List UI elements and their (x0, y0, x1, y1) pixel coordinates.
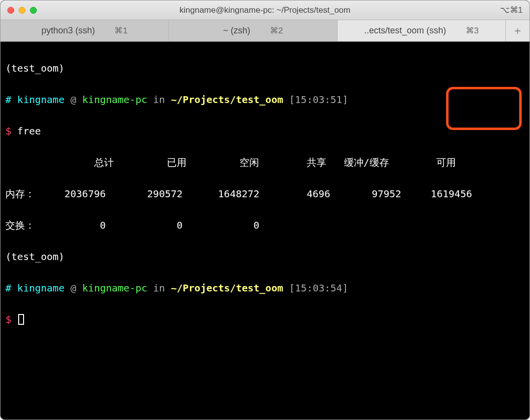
env-name: (test_oom) (5, 62, 64, 74)
prompt-hash: # (5, 94, 11, 105)
tab-label: python3 (ssh) (41, 26, 95, 36)
prompt-host: kingname-pc (82, 282, 147, 294)
tab-test-oom-ssh[interactable]: ..ects/test_oom (ssh) ⌘3 (338, 20, 506, 41)
traffic-lights (7, 7, 37, 14)
minimize-icon[interactable] (19, 7, 26, 14)
prompt-dollar: $ (5, 314, 11, 325)
prompt-in: in (153, 282, 165, 294)
tab-label: ..ects/test_oom (ssh) (364, 26, 446, 36)
prompt-time: [15:03:54] (289, 282, 348, 294)
prompt-path: ~/Projects/test_oom (171, 282, 283, 294)
prompt-user: kingname (17, 94, 64, 105)
titlebar: kingname@kingname-pc: ~/Projects/test_oo… (0, 0, 530, 20)
close-icon[interactable] (7, 7, 14, 14)
tabbar: python3 (ssh) ⌘1 ~ (zsh) ⌘2 ..ects/test_… (0, 20, 530, 42)
tab-python3-ssh[interactable]: python3 (ssh) ⌘1 (0, 20, 169, 41)
prompt-dollar: $ (5, 125, 11, 137)
prompt-host: kingname-pc (82, 94, 147, 105)
add-tab-button[interactable]: + (506, 20, 530, 41)
tab-zsh[interactable]: ~ (zsh) ⌘2 (169, 20, 337, 41)
plus-icon: + (514, 25, 521, 37)
prompt-at: @ (70, 282, 76, 294)
prompt-user: kingname (17, 282, 64, 294)
prompt-in: in (153, 94, 165, 105)
prompt-hash: # (5, 282, 11, 294)
terminal-window: kingname@kingname-pc: ~/Projects/test_oo… (0, 0, 530, 420)
tab-label: ~ (zsh) (223, 26, 251, 36)
cursor-icon (18, 314, 24, 325)
prompt-at: @ (70, 94, 76, 105)
free-mem-row: 内存： 2036796 290572 1648272 4696 97952 16… (5, 186, 525, 202)
command-free: free (17, 125, 41, 137)
env-name: (test_oom) (5, 251, 64, 262)
tab-shortcut: ⌘2 (270, 26, 283, 36)
prompt-time: [15:03:51] (289, 94, 348, 105)
prompt-path: ~/Projects/test_oom (171, 94, 283, 105)
titlebar-shortcut: ⌥⌘1 (500, 5, 523, 15)
free-swap-row: 交换： 0 0 0 (5, 217, 525, 233)
window-title: kingname@kingname-pc: ~/Projects/test_oo… (0, 5, 530, 15)
maximize-icon[interactable] (30, 7, 37, 14)
tab-shortcut: ⌘3 (466, 26, 478, 36)
terminal-body[interactable]: (test_oom) # kingname @ kingname-pc in ~… (0, 42, 530, 420)
tab-shortcut: ⌘1 (114, 26, 127, 36)
free-headers: 总计 已用 空闲 共享 缓冲/缓存 可用 (5, 155, 525, 170)
